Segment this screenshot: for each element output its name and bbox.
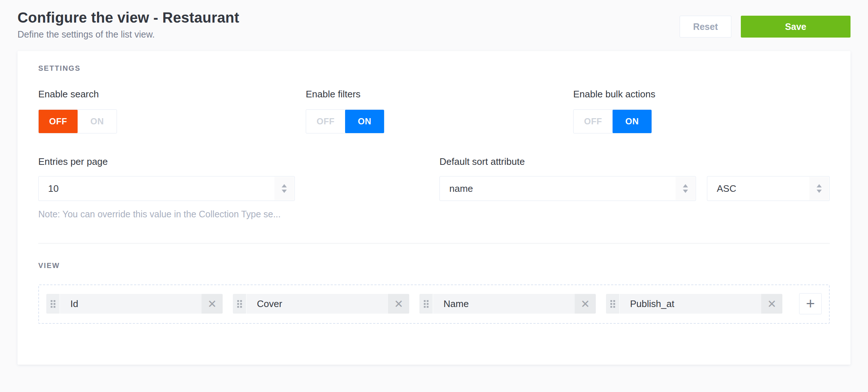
field-chip-publish-at[interactable]: Publish_at ✕ (606, 294, 782, 314)
field-chip-id[interactable]: Id ✕ (46, 294, 223, 314)
field-chip-name[interactable]: Name ✕ (419, 294, 596, 314)
enable-search-on-option[interactable]: ON (78, 110, 117, 133)
field-chip-label: Id (60, 294, 202, 314)
add-field-button[interactable]: + (799, 293, 822, 314)
save-button[interactable]: Save (741, 16, 851, 38)
sort-order-value: ASC (717, 183, 736, 194)
default-sort-attribute-select[interactable]: name (439, 176, 696, 201)
enable-bulk-actions-field: Enable bulk actions OFF ON (573, 89, 830, 133)
field-chip-label: Name (433, 294, 575, 314)
enable-filters-off-option[interactable]: OFF (306, 110, 345, 133)
select-spinner-icon[interactable] (809, 177, 829, 200)
enable-search-label: Enable search (38, 89, 295, 100)
enable-search-toggle: OFF ON (38, 109, 117, 133)
enable-filters-on-option[interactable]: ON (345, 110, 384, 133)
view-section-title: VIEW (38, 261, 830, 270)
configure-view-page: Configure the view - Restaurant Define t… (0, 0, 868, 365)
drag-handle-icon[interactable] (46, 294, 60, 314)
settings-card: SETTINGS Enable search OFF ON Enable fil… (17, 51, 851, 365)
inputs-row: Entries per page 10 Note: You can overri… (38, 156, 830, 220)
entries-per-page-field: Entries per page 10 Note: You can overri… (38, 156, 295, 220)
reset-button[interactable]: Reset (680, 16, 731, 38)
field-chip-label: Publish_at (620, 294, 761, 314)
select-spinner-icon[interactable] (274, 177, 294, 200)
remove-field-icon[interactable]: ✕ (202, 294, 223, 314)
select-spinner-icon[interactable] (676, 177, 695, 200)
toggles-row: Enable search OFF ON Enable filters OFF … (38, 89, 830, 133)
default-sort-attribute-field: Default sort attribute name (439, 156, 696, 220)
remove-field-icon[interactable]: ✕ (388, 294, 409, 314)
enable-bulk-actions-toggle: OFF ON (573, 109, 652, 133)
page-header: Configure the view - Restaurant Define t… (17, 0, 851, 40)
grid-spacer (306, 156, 429, 220)
field-drop-zone: Id ✕ Cover ✕ Name ✕ (38, 284, 830, 324)
enable-filters-field: Enable filters OFF ON (306, 89, 562, 133)
remove-field-icon[interactable]: ✕ (575, 294, 596, 314)
field-chip-label: Cover (247, 294, 388, 314)
enable-search-off-option[interactable]: OFF (39, 110, 78, 133)
enable-search-field: Enable search OFF ON (38, 89, 295, 133)
enable-bulk-actions-on-option[interactable]: ON (613, 110, 652, 133)
sort-order-select[interactable]: ASC (707, 176, 830, 201)
enable-filters-label: Enable filters (306, 89, 562, 100)
page-header-text: Configure the view - Restaurant Define t… (17, 9, 239, 40)
entries-per-page-label: Entries per page (38, 156, 295, 167)
enable-bulk-actions-off-option[interactable]: OFF (574, 110, 613, 133)
page-title: Configure the view - Restaurant (17, 9, 239, 26)
entries-per-page-value: 10 (48, 183, 59, 194)
default-sort-attribute-label: Default sort attribute (439, 156, 696, 167)
default-sort-attribute-value: name (449, 183, 473, 194)
enable-bulk-actions-label: Enable bulk actions (573, 89, 830, 100)
view-section: VIEW Id ✕ Cover ✕ (38, 261, 830, 324)
remove-field-icon[interactable]: ✕ (761, 294, 782, 314)
header-actions: Reset Save (680, 16, 851, 38)
field-chip-cover[interactable]: Cover ✕ (233, 294, 409, 314)
page-subtitle: Define the settings of the list view. (17, 29, 239, 40)
drag-handle-icon[interactable] (419, 294, 433, 314)
drag-handle-icon[interactable] (233, 294, 247, 314)
sort-order-field: ASC (707, 156, 830, 220)
label-spacer (707, 156, 830, 167)
drag-handle-icon[interactable] (606, 294, 620, 314)
section-divider (38, 243, 830, 244)
entries-per-page-select[interactable]: 10 (38, 176, 295, 201)
enable-filters-toggle: OFF ON (306, 109, 384, 133)
settings-section-title: SETTINGS (38, 64, 830, 73)
entries-per-page-note: Note: You can override this value in the… (38, 209, 295, 220)
